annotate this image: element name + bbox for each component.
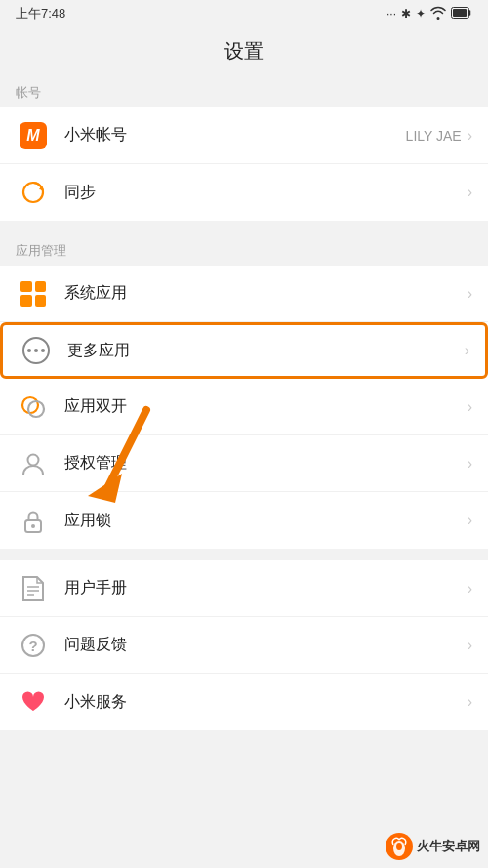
feedback-item[interactable]: ? 问题反馈 › [0, 617, 488, 674]
misc-group: 用户手册 › ? 问题反馈 › 小米服务 › [0, 560, 488, 730]
feedback-icon: ? [16, 628, 51, 663]
manual-label: 用户手册 [64, 578, 468, 599]
chevron-icon: › [468, 580, 472, 598]
status-bar: 上午7:48 ··· ✱ ✦ [0, 0, 488, 27]
mi-account-item[interactable]: M 小米帐号 LILY JAE › [0, 107, 488, 164]
group-divider-2 [0, 549, 488, 560]
signal-icon: ··· [386, 7, 396, 21]
auth-mgmt-label: 授权管理 [64, 453, 468, 474]
chevron-icon: › [468, 184, 472, 201]
status-time: 上午7:48 [16, 5, 65, 22]
chevron-icon: › [468, 637, 472, 654]
chevron-icon: › [468, 127, 472, 145]
dual-apps-icon [16, 390, 51, 425]
chevron-icon: › [468, 512, 472, 529]
nfc-icon: ✦ [416, 7, 426, 21]
watermark-logo [386, 833, 413, 860]
svg-point-8 [31, 524, 35, 528]
chevron-icon: › [468, 398, 472, 416]
sync-icon [16, 175, 51, 210]
app-lock-item[interactable]: 应用锁 › [0, 492, 488, 549]
sync-item[interactable]: 同步 › [0, 164, 488, 221]
status-icons: ··· ✱ ✦ [386, 6, 472, 22]
svg-point-17 [396, 843, 402, 850]
bluetooth-icon: ✱ [401, 7, 411, 21]
mi-service-label: 小米服务 [64, 692, 468, 713]
account-group: M 小米帐号 LILY JAE › 同步 › [0, 107, 488, 221]
svg-text:?: ? [28, 638, 37, 654]
more-apps-icon [19, 333, 54, 368]
dual-apps-item[interactable]: 应用双开 › [0, 379, 488, 435]
svg-point-6 [28, 454, 39, 465]
app-lock-icon [16, 503, 51, 538]
chevron-icon: › [468, 285, 472, 303]
section-label-apps: 应用管理 [0, 232, 488, 266]
mi-account-value: LILY JAE [406, 128, 462, 144]
battery-icon [451, 7, 472, 21]
feedback-label: 问题反馈 [64, 635, 468, 655]
manual-icon [16, 571, 51, 606]
manual-item[interactable]: 用户手册 › [0, 560, 488, 617]
more-apps-label: 更多应用 [67, 341, 465, 361]
system-apps-label: 系统应用 [64, 283, 468, 304]
system-apps-item[interactable]: 系统应用 › [0, 266, 488, 322]
auth-icon [16, 446, 51, 481]
apps-grid-icon [16, 276, 51, 311]
heart-icon [16, 684, 51, 720]
svg-rect-1 [453, 9, 467, 17]
mi-service-item[interactable]: 小米服务 › [0, 674, 488, 730]
group-divider-1 [0, 221, 488, 232]
chevron-icon: › [465, 342, 469, 359]
mi-logo-icon: M [16, 118, 51, 153]
app-lock-label: 应用锁 [64, 511, 468, 531]
page-title: 设置 [224, 38, 264, 64]
section-label-account: 帐号 [0, 74, 488, 107]
apps-group: 系统应用 › 更多应用 › 应用双开 › [0, 266, 488, 549]
chevron-icon: › [468, 455, 472, 473]
mi-account-label: 小米帐号 [64, 125, 406, 145]
watermark: 火牛安卓网 [386, 833, 480, 860]
chevron-icon: › [468, 693, 472, 711]
watermark-label: 火牛安卓网 [417, 838, 480, 855]
sync-label: 同步 [64, 183, 468, 203]
auth-mgmt-item[interactable]: 授权管理 › [0, 435, 488, 492]
wifi-icon [430, 6, 446, 22]
dual-apps-label: 应用双开 [64, 396, 468, 417]
more-apps-item[interactable]: 更多应用 › [0, 322, 488, 379]
page-header: 设置 [0, 27, 488, 74]
